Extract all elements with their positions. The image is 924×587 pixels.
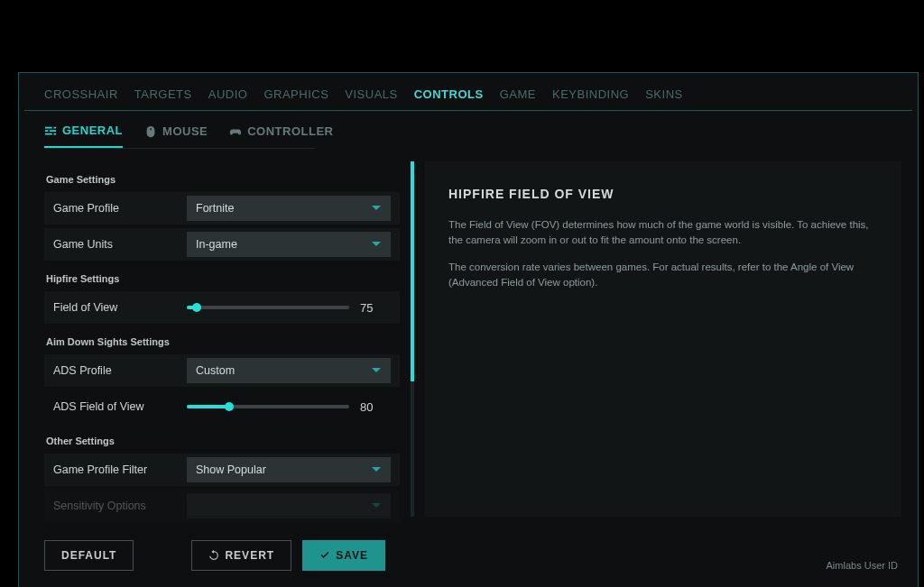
slider-hipfire-fov[interactable]: 75 (187, 301, 391, 315)
chevron-down-icon (371, 203, 382, 214)
chevron-down-icon (371, 365, 382, 376)
subtab-controller[interactable]: CONTROLLER (229, 124, 333, 148)
detail-p1: The Field of View (FOV) determines how m… (448, 217, 878, 249)
chevron-down-icon (371, 500, 382, 511)
value-hipfire-fov: 75 (360, 301, 391, 315)
save-button-label: SAVE (336, 549, 368, 562)
settings-list: Game Settings Game Profile Fortnite Game… (44, 161, 414, 517)
row-game-profile: Game Profile Fortnite (44, 192, 400, 225)
tab-visuals[interactable]: VISUALS (345, 87, 397, 110)
bottom-bar: DEFAULT REVERT SAVE Aimlabs User ID (44, 540, 901, 571)
row-game-units: Game Units In-game (44, 228, 400, 261)
subtab-general[interactable]: GENERAL (44, 124, 123, 148)
row-ads-profile: ADS Profile Custom (44, 354, 400, 387)
revert-button[interactable]: REVERT (191, 540, 291, 571)
sub-tabs: GENERAL MOUSE CONTROLLER (19, 111, 326, 148)
subtab-general-label: GENERAL (62, 124, 123, 137)
select-truncated[interactable] (187, 493, 391, 518)
label-ads-fov: ADS Field of View (53, 400, 187, 413)
slider-thumb[interactable] (192, 303, 201, 312)
slider-fill (187, 405, 229, 408)
slider-track (187, 405, 349, 408)
label-game-units: Game Units (53, 238, 187, 251)
tab-audio[interactable]: AUDIO (208, 87, 248, 110)
label-ads-profile: ADS Profile (53, 364, 187, 377)
default-button[interactable]: DEFAULT (44, 540, 134, 571)
row-ads-fov: ADS Field of View 80 (44, 390, 400, 423)
detail-pane: HIPFIRE FIELD OF VIEW The Field of View … (425, 161, 901, 517)
sub-underline (44, 148, 315, 149)
tab-targets[interactable]: TARGETS (134, 87, 192, 110)
tab-skins[interactable]: SKINS (645, 87, 683, 110)
slider-thumb[interactable] (225, 402, 234, 411)
slider-track (187, 306, 349, 309)
chevron-down-icon (371, 464, 382, 475)
label-hipfire-fov: Field of View (53, 301, 187, 314)
controller-icon (229, 125, 242, 138)
settings-window: CROSSHAIR TARGETS AUDIO GRAPHICS VISUALS… (18, 72, 919, 587)
revert-button-label: REVERT (225, 549, 274, 562)
row-hipfire-fov: Field of View 75 (44, 291, 400, 324)
tab-crosshair[interactable]: CROSSHAIR (44, 87, 118, 110)
select-ads-profile[interactable]: Custom (187, 358, 391, 383)
scrollbar-track[interactable] (411, 161, 414, 517)
select-game-units-value: In-game (196, 238, 237, 251)
check-icon (319, 550, 330, 561)
section-ads: Aim Down Sights Settings (46, 336, 400, 347)
row-profile-filter: Game Profile Filter Show Popular (44, 454, 400, 486)
user-id-label: Aimlabs User ID (827, 560, 898, 571)
label-truncated: Sensitivity Options (53, 500, 187, 512)
section-hipfire: Hipfire Settings (46, 273, 400, 284)
subtab-mouse[interactable]: MOUSE (144, 124, 208, 148)
select-profile-filter[interactable]: Show Popular (187, 457, 391, 482)
tab-graphics[interactable]: GRAPHICS (263, 87, 328, 110)
label-game-profile: Game Profile (53, 202, 187, 215)
subtab-controller-label: CONTROLLER (247, 124, 333, 138)
mouse-icon (144, 125, 157, 138)
slider-ads-fov[interactable]: 80 (187, 400, 391, 414)
value-ads-fov: 80 (360, 400, 391, 414)
save-button[interactable]: SAVE (302, 540, 385, 571)
row-truncated: Sensitivity Options (44, 490, 400, 522)
detail-p2: The conversion rate varies between games… (448, 260, 878, 291)
default-button-label: DEFAULT (61, 549, 116, 562)
select-ads-profile-value: Custom (196, 364, 235, 377)
tab-game[interactable]: GAME (500, 87, 536, 110)
detail-title: HIPFIRE FIELD OF VIEW (448, 187, 878, 201)
subtab-mouse-label: MOUSE (162, 124, 208, 138)
select-profile-filter-value: Show Popular (196, 463, 266, 476)
tab-keybinding[interactable]: KEYBINDING (552, 87, 629, 110)
label-profile-filter: Game Profile Filter (53, 463, 187, 476)
select-game-profile[interactable]: Fortnite (187, 196, 391, 221)
content-area: Game Settings Game Profile Fortnite Game… (44, 161, 901, 517)
section-other: Other Settings (46, 436, 400, 446)
sliders-icon (44, 124, 57, 137)
top-tabs: CROSSHAIR TARGETS AUDIO GRAPHICS VISUALS… (19, 73, 918, 110)
scrollbar-thumb[interactable] (411, 161, 414, 381)
revert-icon (208, 550, 219, 561)
select-game-profile-value: Fortnite (196, 202, 234, 215)
select-game-units[interactable]: In-game (187, 232, 391, 257)
section-game-settings: Game Settings (46, 174, 400, 185)
tab-controls[interactable]: CONTROLS (414, 87, 484, 110)
chevron-down-icon (371, 239, 382, 250)
